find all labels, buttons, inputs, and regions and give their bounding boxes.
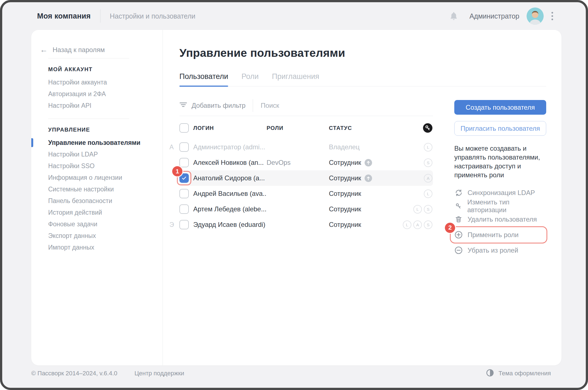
auth-badge-l: L [424, 143, 432, 152]
topbar: Моя компания Настройки и пользователи Ад… [2, 2, 586, 30]
promote-arrow-icon[interactable] [365, 159, 372, 166]
row-checkbox[interactable] [179, 189, 189, 198]
sidebar-item[interactable]: Авторизация и 2ФА [31, 88, 163, 100]
row-checkbox[interactable] [179, 204, 189, 214]
user-status: Владелец [329, 143, 424, 151]
tab-inactive[interactable]: Приглашения [272, 72, 319, 86]
auth-badge-l: L [424, 189, 432, 198]
table-row[interactable]: Алексей Новиков (an...DevOpsСотрудникS [179, 155, 433, 170]
panel-action[interactable]: Убрать из ролей [454, 244, 546, 257]
auth-badge-l: L [403, 220, 411, 229]
promote-arrow-icon[interactable] [365, 175, 372, 182]
back-to-passwords-link[interactable]: ← Назад к паролям [40, 46, 163, 54]
tabs: ПользователиРолиПриглашения [179, 72, 546, 86]
auth-badge-s: S [424, 158, 432, 167]
panel-action[interactable]: Синхронизация LDAP [454, 186, 546, 199]
user-login: Эдуард Исаев (eduardi) [193, 221, 267, 229]
auth-type-badges: L [424, 189, 432, 198]
add-filter-label: Добавить фильтр [192, 102, 246, 109]
app-window: Моя компания Настройки и пользователи Ад… [0, 0, 588, 390]
sidebar-item[interactable]: Настройки аккаунта [31, 76, 163, 88]
select-all-checkbox[interactable] [179, 123, 189, 133]
user-login: Анатолий Сидоров (а... [193, 174, 267, 182]
panel-action-label: Изменить тип авторизации [467, 198, 546, 214]
topbar-divider [100, 9, 100, 23]
sidebar-item[interactable]: Настройки LDAP [31, 148, 163, 160]
sidebar-item[interactable]: Системные настройки [31, 183, 163, 195]
auth-type-badges: A [424, 174, 432, 183]
support-link[interactable]: Центр поддержки [135, 370, 184, 377]
annotation-badge-1: 1 [172, 166, 182, 176]
theme-label: Тема оформления [499, 370, 551, 377]
sidebar-item[interactable]: Настройки SSO [31, 160, 163, 172]
sidebar-item[interactable]: Панель безопасности [31, 195, 163, 207]
avatar[interactable] [527, 7, 544, 25]
user-roles: DevOps [267, 159, 329, 166]
column-status: СТАТУС [329, 125, 423, 131]
table-row[interactable]: Артем Лебедев (alebe...СотрудникLS [179, 201, 433, 217]
auth-badge-l: L [413, 205, 422, 214]
table-row[interactable]: ЭЭдуард Исаев (eduardi)СотрудникLAS [179, 217, 433, 232]
sidebar-item[interactable]: Настройки API [31, 100, 163, 111]
sidebar-item[interactable]: Фоновые задачи [31, 218, 163, 230]
trash-icon [454, 215, 463, 223]
sidebar-item[interactable]: Информация о лицензии [31, 172, 163, 183]
sidebar-divider [48, 119, 129, 119]
tab-active[interactable]: Пользователи [179, 72, 228, 86]
more-menu-icon[interactable] [551, 12, 553, 20]
key-icon [454, 202, 463, 210]
tab-inactive[interactable]: Роли [241, 72, 259, 86]
sidebar-divider [48, 58, 129, 58]
sidebar-item[interactable]: Управление пользователями [31, 137, 163, 148]
row-checkbox[interactable] [179, 220, 189, 229]
table-row[interactable]: Андрей Васильев (ava...СотрудникL [179, 186, 433, 201]
filter-icon [179, 101, 187, 110]
auth-type-key-icon[interactable] [423, 123, 432, 133]
breadcrumb: Настройки и пользователи [110, 12, 195, 20]
plus-circle-icon [454, 230, 463, 239]
panel-action[interactable]: Удалить пользователя [454, 213, 546, 226]
panel-action-label: Синхронизация LDAP [468, 189, 535, 197]
auth-badge-s: S [424, 205, 432, 214]
user-status: Сотрудник [329, 221, 403, 229]
minus-circle-icon [454, 246, 463, 255]
footer: © Пассворк 2014–2024, v.6.4.0 Центр подд… [2, 361, 586, 388]
panel-action-label: Применить роли [468, 231, 519, 239]
table-header: ЛОГИН РОЛИ СТАТУС [179, 116, 433, 139]
panel-action[interactable]: Применить роли2 [454, 228, 546, 242]
user-login: Администратор (admi... [193, 143, 267, 151]
table-row[interactable]: ААдминистратор (admi...ВладелецL [179, 139, 433, 155]
panel-action[interactable]: Изменить тип авторизации [454, 199, 546, 213]
theme-toggle[interactable]: Тема оформления [486, 369, 551, 378]
sidebar-section-heading: УПРАВЛЕНИЕ [48, 127, 163, 133]
column-roles: РОЛИ [267, 125, 329, 131]
sidebar-item[interactable]: История действий [31, 207, 163, 218]
sidebar-item[interactable]: Экспорт данных [31, 230, 163, 242]
auth-type-badges: L [424, 143, 432, 152]
group-letter: Э [169, 221, 174, 229]
create-user-button[interactable]: Создать пользователя [454, 100, 546, 115]
add-filter-button[interactable]: Добавить фильтр [179, 101, 246, 110]
auth-type-badges: LS [413, 205, 432, 214]
main-content: Управление пользователями ПользователиРо… [163, 30, 561, 365]
search-input[interactable] [261, 102, 344, 109]
auth-badge-a: A [424, 174, 432, 183]
users-table: Добавить фильтр ЛОГИН РОЛИ СТАТУС [179, 86, 433, 257]
user-login: Артем Лебедев (alebe... [193, 205, 267, 213]
user-status: Сотрудник [329, 159, 424, 166]
sidebar-section-heading: МОЙ АККАУНТ [48, 66, 163, 73]
back-label: Назад к паролям [53, 46, 105, 54]
table-row[interactable]: 1Анатолий Сидоров (а...СотрудникA [179, 170, 433, 186]
row-checkbox[interactable] [179, 142, 189, 152]
filter-separator [253, 99, 253, 112]
user-login: Андрей Васильев (ava... [193, 190, 267, 197]
settings-card: ← Назад к паролям МОЙ АККАУНТНастройки а… [31, 30, 561, 365]
auth-type-badges: S [424, 158, 432, 167]
user-status: Сотрудник [329, 190, 424, 197]
sidebar-item[interactable]: Импорт данных [31, 242, 163, 253]
notifications-bell-icon[interactable] [449, 11, 458, 21]
panel-action-label: Удалить пользователя [468, 215, 537, 223]
row-checkbox[interactable] [179, 158, 189, 167]
auth-badge-s: S [424, 220, 432, 229]
invite-user-button[interactable]: Пригласить пользователя [454, 121, 546, 136]
